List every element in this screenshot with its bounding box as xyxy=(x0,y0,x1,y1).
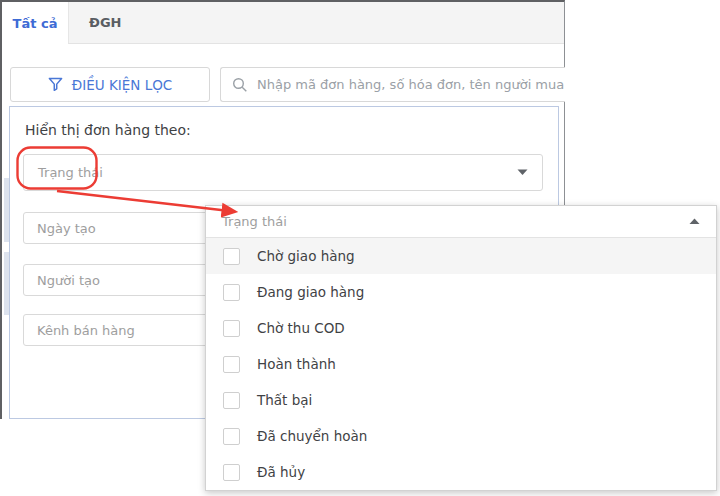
checkbox[interactable] xyxy=(223,356,240,373)
tab-dgh[interactable]: ĐGH xyxy=(69,2,141,44)
tab-bar: Tất cả ĐGH xyxy=(2,2,564,44)
option-label: Chờ giao hàng xyxy=(257,248,355,264)
panel-title: Hiển thị đơn hàng theo: xyxy=(25,122,191,138)
option-dang-giao-hang[interactable]: Đang giao hàng xyxy=(206,274,716,310)
search-box xyxy=(220,67,565,102)
filter-conditions-button[interactable]: ĐIỀU KIỆN LỌC xyxy=(10,67,210,102)
option-hoan-thanh[interactable]: Hoàn thành xyxy=(206,346,716,382)
magnifier-icon xyxy=(232,77,248,93)
option-label: Hoàn thành xyxy=(257,356,336,372)
clipped-edge-fragment xyxy=(4,252,9,315)
checkbox[interactable] xyxy=(223,320,240,337)
filter-conditions-label: ĐIỀU KIỆN LỌC xyxy=(72,77,172,93)
checkbox[interactable] xyxy=(223,464,240,481)
tab-bar-background: ĐGH xyxy=(68,2,564,44)
status-dropdown-header-label: Trạng thái xyxy=(222,214,287,229)
funnel-icon xyxy=(48,77,63,92)
option-label: Đang giao hàng xyxy=(257,284,364,300)
option-cho-giao-hang[interactable]: Chờ giao hàng xyxy=(206,238,716,274)
checkbox[interactable] xyxy=(223,428,240,445)
status-combobox[interactable]: Trạng thái xyxy=(23,154,543,191)
screenshot-root: Tất cả ĐGH ĐIỀU KIỆN LỌC xyxy=(0,0,720,496)
option-that-bai[interactable]: Thất bại xyxy=(206,382,716,418)
tab-all-label: Tất cả xyxy=(13,16,58,31)
clipped-edge-fragment xyxy=(4,178,9,242)
option-label: Đã hủy xyxy=(257,464,305,480)
status-combobox-placeholder: Trạng thái xyxy=(38,165,103,180)
checkbox[interactable] xyxy=(223,284,240,301)
chevron-up-icon xyxy=(689,218,700,225)
option-label: Thất bại xyxy=(257,392,312,408)
option-label: Đã chuyển hoàn xyxy=(257,428,367,444)
option-label: Chờ thu COD xyxy=(257,320,345,336)
tab-all[interactable]: Tất cả xyxy=(2,2,68,44)
checkbox[interactable] xyxy=(223,392,240,409)
search-input[interactable] xyxy=(257,77,565,92)
option-cho-thu-cod[interactable]: Chờ thu COD xyxy=(206,310,716,346)
status-dropdown: Trạng thái Chờ giao hàng Đang giao hàng … xyxy=(205,205,717,491)
option-da-huy[interactable]: Đã hủy xyxy=(206,454,716,490)
tab-dgh-label: ĐGH xyxy=(89,15,121,30)
chevron-down-icon xyxy=(517,169,528,176)
option-da-chuyen-hoan[interactable]: Đã chuyển hoàn xyxy=(206,418,716,454)
checkbox[interactable] xyxy=(223,248,240,265)
status-dropdown-header[interactable]: Trạng thái xyxy=(206,206,716,238)
